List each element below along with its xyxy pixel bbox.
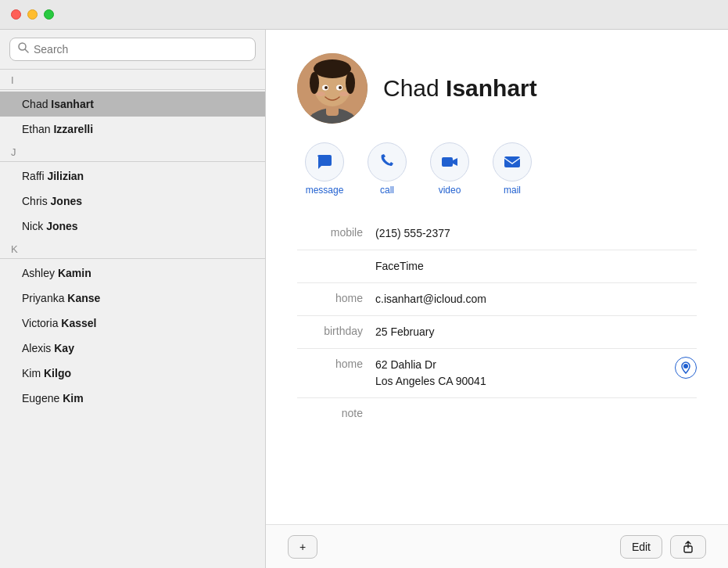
video-action[interactable]: video	[430, 142, 469, 196]
contact-last-name-display: Isanhart	[446, 75, 537, 101]
svg-rect-17	[504, 156, 520, 167]
mobile-row: mobile (215) 555-2377	[297, 217, 697, 250]
video-button-circle	[430, 142, 469, 182]
address-label: home	[297, 357, 375, 370]
footer-right: Edit	[620, 535, 706, 559]
contact-last-name: Kim	[63, 392, 83, 404]
search-input[interactable]	[34, 43, 247, 56]
section-header-i: I	[0, 70, 265, 88]
divider	[0, 89, 265, 90]
svg-point-12	[325, 86, 328, 89]
contact-last-name: Isanhart	[51, 98, 93, 110]
contact-item-ashley-kamin[interactable]: Ashley Kamin	[0, 261, 265, 286]
svg-point-18	[683, 364, 688, 368]
note-label: note	[297, 406, 375, 419]
birthday-value: 25 February	[375, 324, 697, 340]
section-header-k: K	[0, 239, 265, 257]
message-label: message	[306, 185, 344, 196]
minimize-button[interactable]	[27, 9, 38, 20]
contact-last-name: Kassel	[61, 317, 96, 329]
birthday-label: birthday	[297, 324, 375, 337]
app-body: I Chad Isanhart Ethan Izzarelli J Raffi …	[0, 30, 728, 568]
birthday-row: birthday 25 February	[297, 316, 697, 349]
search-icon	[18, 42, 29, 56]
email-value[interactable]: c.isanhart@icloud.com	[375, 291, 697, 307]
mobile-label: mobile	[297, 225, 375, 239]
contact-last-name: Kay	[54, 342, 74, 354]
close-button[interactable]	[11, 9, 21, 20]
contacts-list: I Chad Isanhart Ethan Izzarelli J Raffi …	[0, 70, 265, 568]
contact-item-victoria-kassel[interactable]: Victoria Kassel	[0, 311, 265, 336]
share-button[interactable]	[670, 535, 706, 559]
add-button[interactable]: +	[288, 535, 317, 559]
divider	[0, 161, 265, 162]
detail-content: Chad Isanhart message	[266, 30, 728, 524]
mail-label: mail	[504, 185, 521, 196]
divider	[0, 258, 265, 259]
contact-item-nick-jones[interactable]: Nick Jones	[0, 214, 265, 239]
contact-last-name: Kamin	[58, 267, 91, 279]
contact-item-chad-isanhart[interactable]: Chad Isanhart	[0, 92, 265, 117]
map-pin-button[interactable]	[675, 357, 697, 379]
contact-last-name: Izzarelli	[53, 123, 93, 135]
contact-item-kim-kilgo[interactable]: Kim Kilgo	[0, 361, 265, 386]
contact-item-eugene-kim[interactable]: Eugene Kim	[0, 386, 265, 411]
detail-panel: Chad Isanhart message	[266, 30, 728, 568]
edit-button[interactable]: Edit	[620, 535, 662, 559]
message-button-circle	[305, 142, 344, 182]
call-label: call	[380, 185, 394, 196]
contact-full-name: Chad Isanhart	[383, 75, 537, 102]
message-action[interactable]: message	[305, 142, 344, 196]
svg-point-15	[339, 92, 349, 96]
svg-point-13	[339, 86, 342, 89]
contact-last-name: Jones	[46, 220, 77, 232]
note-row: note	[297, 398, 697, 428]
search-bar	[0, 30, 265, 70]
info-section: mobile (215) 555-2377 FaceTime home c.is…	[297, 217, 697, 428]
contact-item-alexis-kay[interactable]: Alexis Kay	[0, 336, 265, 361]
footer-left: +	[288, 535, 317, 559]
facetime-value[interactable]: FaceTime	[375, 258, 697, 275]
contact-last-name: Jilizian	[47, 170, 84, 182]
sidebar: I Chad Isanhart Ethan Izzarelli J Raffi …	[0, 30, 266, 568]
contact-item-chris-jones[interactable]: Chris Jones	[0, 189, 265, 214]
contact-item-raffi-jilizian[interactable]: Raffi Jilizian	[0, 164, 265, 189]
svg-line-1	[25, 49, 28, 52]
facetime-label	[297, 258, 375, 259]
share-icon	[682, 541, 694, 553]
svg-point-14	[316, 92, 325, 96]
contact-header: Chad Isanhart	[297, 53, 697, 124]
email-label: home	[297, 291, 375, 304]
detail-footer: + Edit	[266, 524, 728, 568]
section-header-j: J	[0, 142, 265, 160]
mail-action[interactable]: mail	[493, 142, 532, 196]
email-row: home c.isanhart@icloud.com	[297, 283, 697, 316]
svg-rect-16	[442, 157, 453, 167]
search-input-wrap[interactable]	[9, 38, 256, 61]
contact-last-name: Jones	[51, 195, 82, 207]
contact-last-name: Kilgo	[44, 367, 71, 379]
address-row: home 62 Dahlia DrLos Angeles CA 90041	[297, 349, 697, 398]
contact-last-name: Kanse	[67, 292, 100, 304]
svg-point-8	[310, 72, 319, 94]
video-label: video	[439, 185, 461, 196]
address-value[interactable]: 62 Dahlia DrLos Angeles CA 90041	[375, 357, 669, 390]
contact-item-priyanka-kanse[interactable]: Priyanka Kanse	[0, 286, 265, 311]
facetime-row: FaceTime	[297, 250, 697, 283]
maximize-button[interactable]	[44, 9, 54, 20]
call-button-circle	[368, 142, 407, 182]
svg-point-9	[346, 72, 355, 94]
mobile-value[interactable]: (215) 555-2377	[375, 225, 697, 242]
mail-button-circle	[493, 142, 532, 182]
call-action[interactable]: call	[368, 142, 407, 196]
avatar	[297, 53, 368, 124]
contact-item-ethan-izzarelli[interactable]: Ethan Izzarelli	[0, 117, 265, 142]
svg-point-7	[314, 59, 351, 78]
title-bar	[0, 0, 728, 30]
action-buttons: message call	[297, 142, 697, 196]
